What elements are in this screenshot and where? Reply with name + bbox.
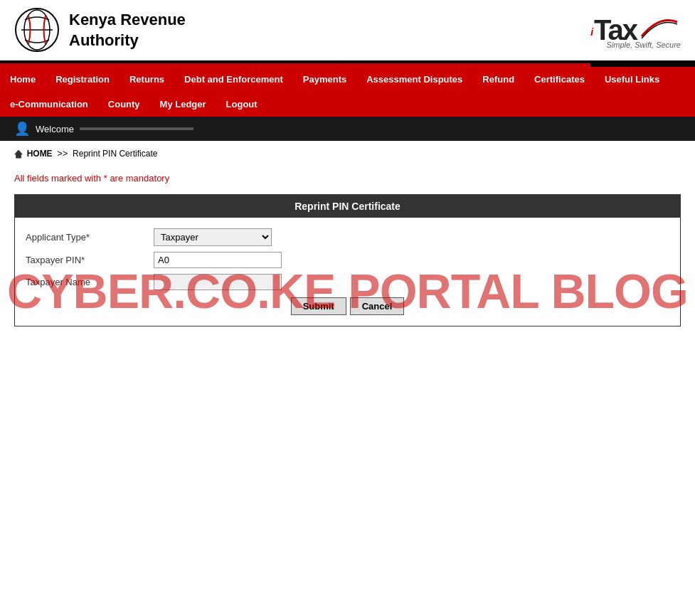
breadcrumb-home[interactable]: HOME [27,149,53,159]
applicant-type-row: Applicant Type* Taxpayer Tax Agent Admin… [26,228,669,246]
form-buttons: Submit Cancel [26,297,669,315]
nav-debt[interactable]: Debt and Enforcement [174,67,293,92]
applicant-type-select[interactable]: Taxpayer Tax Agent Administrator [154,228,272,246]
form-body: Applicant Type* Taxpayer Tax Agent Admin… [15,218,680,326]
nav-registration[interactable]: Registration [46,67,120,92]
form-panel: Reprint PIN Certificate Applicant Type* … [14,194,681,326]
taxpayer-name-row: Taxpayer Name [26,274,669,290]
nav-returns[interactable]: Returns [120,67,174,92]
taxpayer-pin-input[interactable] [154,252,282,268]
nav-row-2: e-Communication County My Ledger Logout [0,92,695,117]
nav-disputes[interactable]: Assessment Disputes [356,67,472,92]
cancel-button[interactable]: Cancel [350,297,405,315]
taxpayer-name-input [154,274,282,290]
form-panel-title: Reprint PIN Certificate [15,195,680,218]
kra-logo [14,7,60,53]
home-icon [14,150,23,159]
itax-swoosh-icon [638,11,681,40]
breadcrumb: HOME >> Reprint PIN Certificate [0,141,695,166]
nav-refund[interactable]: Refund [472,67,524,92]
welcome-bar: 👤 Welcome [0,117,695,141]
main-content: All fields marked with * are mandatory R… [0,166,695,334]
taxpayer-pin-label: Taxpayer PIN* [26,255,154,265]
nav-ecommunication[interactable]: e-Communication [0,92,98,117]
nav-row-1: Home Registration Returns Debt and Enfor… [0,67,695,92]
nav-payments[interactable]: Payments [293,67,356,92]
kra-branding: Kenya Revenue Authority [14,7,186,53]
itax-tax-text: Tax [594,14,637,46]
nav-home[interactable]: Home [0,67,46,92]
nav-logout[interactable]: Logout [216,92,267,117]
nav-useful-links[interactable]: Useful Links [595,67,669,92]
breadcrumb-current: Reprint PIN Certificate [73,149,157,159]
submit-button[interactable]: Submit [291,297,346,315]
welcome-label: Welcome [36,124,74,134]
page-header: Kenya Revenue Authority i Tax Simple, Sw… [0,0,695,63]
user-icon: 👤 [14,121,30,137]
taxpayer-name-label: Taxpayer Name [26,277,154,287]
applicant-type-label: Applicant Type* [26,232,154,243]
breadcrumb-separator: >> [57,148,68,159]
kra-name-text: Kenya Revenue Authority [69,10,186,51]
welcome-username [80,127,193,130]
nav-certificates[interactable]: Certificates [524,67,595,92]
mandatory-note: All fields marked with * are mandatory [14,173,681,184]
nav-my-ledger[interactable]: My Ledger [150,92,216,117]
itax-logo: i Tax Simple, Swift, Secure [590,11,681,49]
nav-county[interactable]: County [98,92,150,117]
nav-bar: Home Registration Returns Debt and Enfor… [0,67,695,117]
kra-name: Kenya Revenue Authority [69,10,186,51]
itax-i-dot: i [590,26,593,38]
taxpayer-pin-row: Taxpayer PIN* [26,252,669,268]
